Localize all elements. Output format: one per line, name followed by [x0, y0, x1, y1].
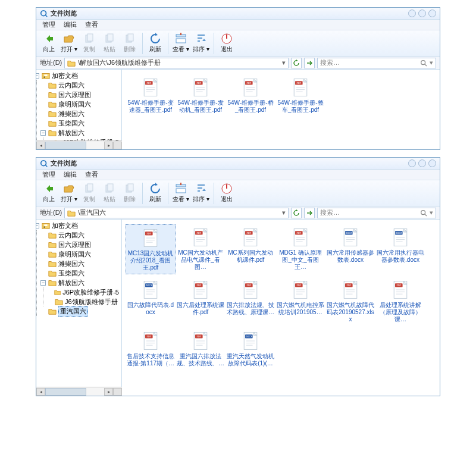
tb-refresh[interactable]: 刷新 [145, 32, 165, 54]
scroll-thumb[interactable] [45, 388, 86, 396]
file-item[interactable]: PDF 国六后处理系统课件.pdf [176, 277, 226, 325]
go-button[interactable] [304, 58, 315, 68]
file-item[interactable]: PDF 国六排放法规、技术路线、原理课… [226, 277, 275, 325]
tb-back[interactable]: 向上 [39, 181, 59, 203]
tree-node[interactable]: 玉柴国六 [40, 118, 119, 128]
scroll-left[interactable]: ◂ [36, 388, 45, 396]
svg-rect-49 [128, 184, 133, 191]
address-input[interactable]: \解放国六\J6领航版维修手册 ▾ [64, 58, 289, 68]
scroll-right[interactable]: ▸ [104, 142, 113, 149]
file-item[interactable]: PDF 重汽国六排放法规、技术路线、… [176, 328, 226, 369]
file-item[interactable]: PDF 售后技术支持信息通报-第117期（… [126, 328, 176, 369]
file-item[interactable]: PDF MC系列国六发动机课件.pdf [226, 224, 275, 274]
file-item[interactable]: PDF 54W-维修手册-整车_看图王.pdf [275, 74, 325, 116]
tree-node[interactable]: 国六原理图 [40, 240, 119, 249]
tb-label: 复制 [83, 195, 95, 203]
search-icon [420, 209, 427, 217]
file-item[interactable]: PDF 54W-维修手册-发动机_看图王.pdf [176, 74, 226, 116]
file-item[interactable]: PDF MC13国六发动机介绍2018_看图王.pdf [126, 224, 176, 274]
tb-refresh[interactable]: 刷新 [145, 181, 165, 203]
file-name: 重汽天然气发动机故障代码表(1)(… [227, 353, 274, 367]
menu-item[interactable]: 管理 [42, 20, 55, 29]
maximize-button[interactable] [418, 10, 426, 17]
address-dropdown[interactable]: ▾ [282, 209, 286, 217]
go-button[interactable] [304, 208, 315, 218]
svg-rect-7 [128, 34, 133, 41]
menu-item[interactable]: 编辑 [64, 20, 77, 29]
tree-node[interactable]: −解放国六 [40, 128, 119, 137]
svg-rect-51 [176, 189, 186, 193]
tree-node[interactable]: 潍柴国六 [40, 259, 119, 268]
tree-node[interactable]: 云内国六 [40, 230, 119, 240]
tb-label: 刷新 [149, 45, 161, 54]
window-title: 文件浏览 [51, 9, 406, 18]
file-item[interactable]: DOCX 国六故障代码表.docx [126, 277, 176, 325]
file-item[interactable]: PDF 国六燃气机电控系统培训201905… [275, 277, 325, 325]
tree-node[interactable]: J6P改脸维修手册-5 [47, 137, 119, 140]
file-item[interactable]: PDF 54W-维修手册-桥_看图王.pdf [226, 74, 275, 116]
file-item[interactable]: DOCX 国六常用执行器电器参数表.docx [375, 224, 425, 274]
scroll-left[interactable]: ◂ [36, 142, 45, 149]
tree-node[interactable]: 玉柴国六 [40, 268, 119, 278]
file-name: 国六故障代码表.docx [127, 302, 174, 316]
minimize-button[interactable] [408, 159, 416, 167]
scroll-right[interactable]: ▸ [104, 388, 113, 396]
file-item[interactable]: DOCX 国六常用传感器参数表.docx [325, 224, 375, 274]
window: 文件浏览 管理编辑查看 向上 打开 ▾ 复制 粘贴 删除 刷新 [36, 157, 440, 396]
tree-node[interactable]: 重汽国六 [40, 306, 119, 316]
tree-root[interactable]: −加密文档 [36, 71, 119, 80]
titlebar[interactable]: 文件浏览 [36, 158, 440, 170]
tb-exit[interactable]: 退出 [217, 181, 237, 203]
tb-label: 查看 ▾ [173, 45, 189, 54]
search-dropdown[interactable]: ▾ [430, 209, 433, 217]
file-item[interactable]: PDF 54W-维修手册-变速器_看图王.pdf [126, 74, 176, 116]
address-dropdown[interactable]: ▾ [282, 59, 286, 67]
tree-node[interactable]: J6P改脸维修手册-5 [47, 287, 119, 297]
tb-exit[interactable]: 退出 [217, 32, 237, 54]
menu-item[interactable]: 管理 [42, 170, 55, 179]
tree-hscroll[interactable]: ◂ ▸ [36, 387, 122, 396]
search-dropdown[interactable]: ▾ [430, 59, 433, 67]
tb-copy: 复制 [79, 32, 99, 54]
tree-node[interactable]: 康明斯国六 [40, 99, 119, 109]
scroll-thumb[interactable] [45, 142, 86, 149]
menu-item[interactable]: 查看 [85, 20, 98, 29]
tree-hscroll[interactable]: ◂ ▸ [36, 140, 122, 149]
minimize-button[interactable] [408, 10, 416, 17]
maximize-button[interactable] [418, 159, 426, 167]
tree-node[interactable]: 云内国六 [40, 80, 119, 90]
tb-open[interactable]: 打开 ▾ [59, 181, 79, 203]
tb-back[interactable]: 向上 [39, 32, 59, 54]
file-item[interactable]: PDF 后处理系统讲解（原理及故障）课… [375, 277, 425, 325]
menu-item[interactable]: 查看 [85, 170, 98, 179]
tree-node[interactable]: 康明斯国六 [40, 249, 119, 259]
file-item[interactable]: DOCX 重汽天然气发动机故障代码表(1)(… [226, 328, 275, 369]
file-item[interactable]: PDF MDG1 确认原理图_中文_看图王… [275, 224, 325, 274]
tb-view[interactable]: 查看 ▾ [171, 32, 191, 54]
tb-sort[interactable]: 排序 ▾ [191, 181, 211, 203]
close-button[interactable] [428, 10, 436, 17]
refresh-path-button[interactable] [291, 58, 302, 68]
tree-root[interactable]: −加密文档 [36, 221, 119, 230]
address-input[interactable]: \重汽国六 ▾ [64, 208, 289, 218]
menu-item[interactable]: 编辑 [64, 170, 77, 179]
tb-open[interactable]: 打开 ▾ [59, 32, 79, 54]
file-item[interactable]: PDF 国六燃气机故障代码表20190527.xlsx [325, 277, 375, 325]
refresh-path-button[interactable] [291, 208, 302, 218]
titlebar[interactable]: 文件浏览 [36, 8, 440, 20]
content-area: −加密文档云内国六国六原理图康明斯国六潍柴国六玉柴国六−解放国六J6P改脸维修手… [36, 220, 440, 396]
tree-node[interactable]: 潍柴国六 [40, 109, 119, 118]
tb-sort[interactable]: 排序 ▾ [191, 32, 211, 54]
svg-text:PDF: PDF [297, 231, 302, 234]
tb-view[interactable]: 查看 ▾ [171, 181, 191, 203]
svg-text:DOCX: DOCX [146, 284, 153, 287]
search-input[interactable]: 搜索… ▾ [317, 208, 436, 218]
tree-node[interactable]: 国六原理图 [40, 90, 119, 99]
file-pane[interactable]: PDF MC13国六发动机介绍2018_看图王.pdf PDF MC国六发动机产… [122, 220, 440, 396]
file-pane[interactable]: PDF 54W-维修手册-变速器_看图王.pdf PDF 54W-维修手册-发动… [122, 70, 440, 149]
tree-node[interactable]: J6领航版维修手册 [47, 297, 119, 306]
close-button[interactable] [428, 159, 436, 167]
file-item[interactable]: PDF MC国六发动机产品电气课件_看图… [176, 224, 226, 274]
tree-node[interactable]: −解放国六 [40, 278, 119, 287]
search-input[interactable]: 搜索… ▾ [317, 58, 436, 68]
